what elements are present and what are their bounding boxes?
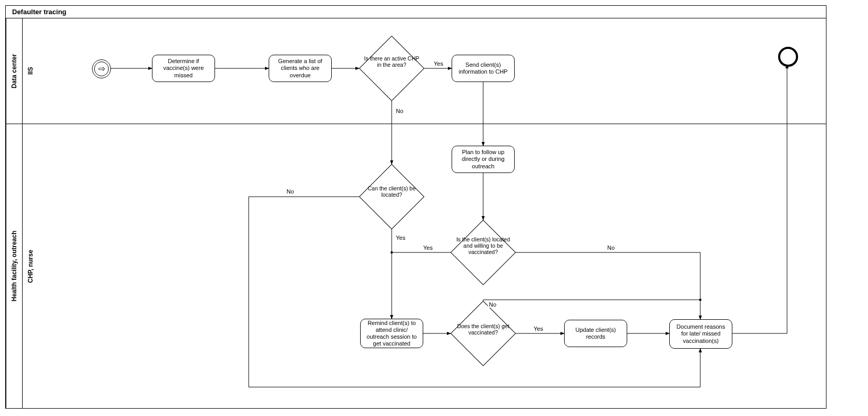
swimlanes: Data center IIS <box>6 18 826 408</box>
label-can-locate-no: No <box>285 188 295 195</box>
task-document: Document reasons for late/ missed vaccin… <box>669 319 732 349</box>
lane-label-health: Health facility, outreach <box>6 124 22 408</box>
task-remind: Remind client(s) to attend clinic/ outre… <box>360 319 423 348</box>
lane-label-chp-nurse: CHP, nurse <box>22 124 38 408</box>
task-generate: Generate a list of clients who are overd… <box>269 55 332 82</box>
label-located-yes: Yes <box>422 245 434 251</box>
lane-health: Health facility, outreach CHP, nurse <box>6 124 826 408</box>
edges-health <box>38 124 827 408</box>
lane-data-center: Data center IIS <box>6 18 826 124</box>
task-update: Update client(s) records <box>564 320 627 347</box>
gateway-active-chp-text: Is there an active CHP in the area? <box>363 55 421 68</box>
pool: Defaulter tracing Data center IIS <box>5 5 826 409</box>
gateway-active-chp <box>359 36 424 101</box>
gateway-located-willing-text: Is the client(s) located and willing to … <box>454 236 512 255</box>
lane-label-iis: IIS <box>22 18 38 124</box>
lane-label-data-center: Data center <box>6 18 22 124</box>
task-send-chp: Send client(s) information to CHP <box>452 55 515 82</box>
lane-content-health: Plan to follow up directly or during out… <box>38 124 826 408</box>
task-determine: Determine if vaccine(s) were missed <box>152 55 215 82</box>
end-event <box>778 47 798 67</box>
task-plan-follow: Plan to follow up directly or during out… <box>452 146 515 173</box>
start-arrow-icon: ⇨ <box>98 65 105 73</box>
label-yes-chp: Yes <box>433 60 444 67</box>
pool-title: Defaulter tracing <box>6 6 826 18</box>
lane-content-data: ⇨ Determine if vaccine(s) were missed Ge… <box>38 18 826 124</box>
label-can-locate-yes: Yes <box>395 235 406 241</box>
label-no-chp: No <box>395 108 404 114</box>
gateway-get-vaccinated-text: Does the client(s) get vaccinated? <box>454 323 512 336</box>
gateway-can-locate-text: Can the client(s) be located? <box>363 185 421 198</box>
label-getvacc-no: No <box>488 301 497 308</box>
label-getvacc-yes: Yes <box>533 326 544 332</box>
start-event: ⇨ <box>92 59 111 78</box>
label-located-no: No <box>606 245 616 251</box>
